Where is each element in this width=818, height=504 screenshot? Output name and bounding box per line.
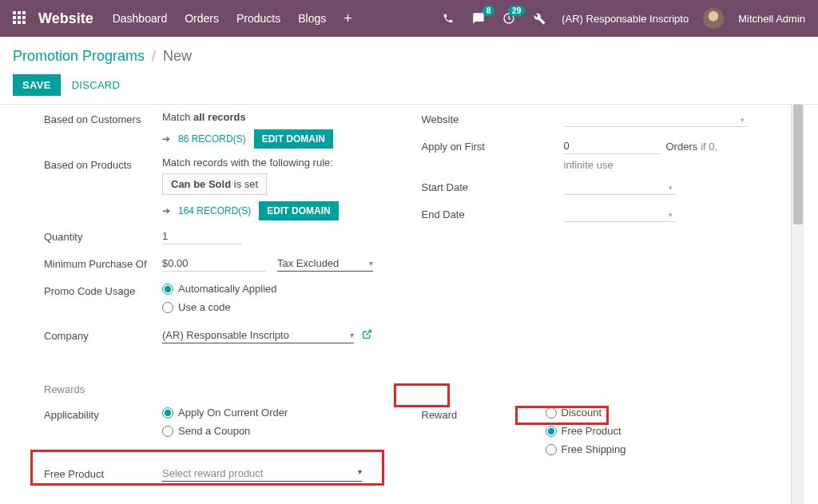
section-title-rewards: Rewards [44, 383, 767, 395]
breadcrumb-current: New [163, 48, 192, 64]
external-link-icon[interactable] [362, 329, 372, 342]
radio-discount[interactable] [546, 407, 557, 419]
label-based-products: Based on Products [44, 157, 162, 171]
app-brand[interactable]: Website [38, 10, 93, 27]
company-selector[interactable]: (AR) Responsable Inscripto [562, 13, 689, 25]
radio-use-code[interactable] [162, 302, 173, 313]
tax-mode-select[interactable]: Tax Excluded▾ [277, 256, 373, 272]
free-product-select[interactable]: Select reward product▾ [162, 466, 362, 482]
start-date-input[interactable]: ▾ [564, 179, 676, 195]
label-quantity: Quantity [44, 228, 162, 243]
label-website: Website [422, 111, 564, 125]
label-send-coupon: Send a Coupon [178, 425, 250, 437]
label-company: Company [44, 327, 162, 342]
products-record-count[interactable]: 164 RECORD(S) [178, 205, 251, 216]
breadcrumb-separator: / [152, 48, 156, 64]
end-date-input[interactable]: ▾ [564, 206, 676, 222]
min-purchase-input[interactable] [162, 256, 266, 272]
activity-icon[interactable]: 29 [501, 10, 517, 26]
tools-icon[interactable] [531, 10, 547, 26]
company-select[interactable]: (AR) Responsable Inscripto▾ [162, 327, 354, 343]
avatar[interactable] [703, 8, 724, 29]
form-sheet: Based on Customers Match all records ➔ 8… [0, 105, 791, 504]
apps-menu-icon[interactable] [13, 11, 27, 26]
apply-first-suffix: Orders [666, 141, 698, 153]
activity-badge: 29 [508, 6, 525, 16]
apply-first-help2: infinite use [564, 159, 768, 171]
label-auto-applied: Automatically Applied [178, 283, 277, 295]
discard-button[interactable]: DISCARD [72, 79, 121, 91]
chat-icon[interactable]: 8 [471, 10, 486, 26]
edit-domain-products-button[interactable]: EDIT DOMAIN [259, 201, 338, 220]
label-promo-code: Promo Code Usage [44, 283, 162, 297]
value-based-products: Match records with the following rule: [162, 157, 390, 169]
arrow-right-icon: ➔ [162, 133, 170, 145]
label-free-product: Free Product [44, 466, 162, 480]
user-menu[interactable]: Mitchell Admin [738, 13, 805, 25]
label-apply-current: Apply On Current Order [178, 407, 288, 419]
label-end-date: End Date [422, 206, 564, 220]
top-navbar: Website Dashboard Orders Products Blogs … [0, 0, 818, 37]
nav-products[interactable]: Products [236, 12, 280, 25]
radio-free-shipping[interactable] [546, 444, 557, 455]
label-free-product-option: Free Product [562, 425, 621, 437]
label-free-shipping: Free Shipping [562, 443, 626, 455]
nav-dashboard[interactable]: Dashboard [113, 12, 168, 25]
radio-apply-current[interactable] [162, 407, 173, 419]
label-use-code: Use a code [178, 301, 231, 313]
label-reward: Reward [422, 407, 546, 421]
radio-auto-applied[interactable] [162, 284, 173, 295]
scrollbar[interactable] [791, 105, 804, 504]
nav-right: 8 29 (AR) Responsable Inscripto Mitchell… [440, 8, 805, 29]
label-applicability: Applicability [44, 407, 162, 421]
chat-badge: 8 [482, 6, 495, 16]
form-col-right: Website ▾ Apply on First Orders if 0, in… [422, 111, 768, 355]
label-min-purchase: Minimum Purchase Of [44, 256, 162, 270]
arrow-right-icon: ➔ [162, 205, 170, 216]
label-discount: Discount [562, 407, 602, 419]
radio-free-product[interactable] [546, 426, 557, 437]
domain-rule-tag: Can be Sold is set [162, 173, 267, 195]
radio-send-coupon[interactable] [162, 426, 173, 437]
apply-first-help1: if 0, [701, 141, 717, 153]
scrollbar-thumb[interactable] [793, 105, 803, 224]
label-start-date: Start Date [422, 179, 564, 193]
customers-record-count[interactable]: 86 RECORD(S) [178, 133, 246, 145]
value-based-customers: Match all records [162, 111, 390, 123]
form-col-left: Based on Customers Match all records ➔ 8… [44, 111, 390, 355]
nav-new-icon[interactable]: + [343, 10, 352, 27]
website-select[interactable]: ▾ [564, 111, 748, 127]
edit-domain-customers-button[interactable]: EDIT DOMAIN [254, 129, 333, 149]
label-based-customers: Based on Customers [44, 111, 162, 125]
nav-orders[interactable]: Orders [185, 12, 219, 25]
control-panel: Promotion Programs / New SAVE DISCARD [0, 37, 818, 105]
save-button[interactable]: SAVE [13, 74, 61, 96]
nav-blogs[interactable]: Blogs [298, 12, 326, 25]
label-apply-first: Apply on First [422, 138, 564, 153]
nav-links: Dashboard Orders Products Blogs + [113, 10, 352, 27]
quantity-input[interactable] [162, 228, 242, 244]
apply-first-input[interactable] [564, 138, 660, 154]
breadcrumb: Promotion Programs / New [13, 48, 805, 65]
breadcrumb-parent[interactable]: Promotion Programs [13, 48, 145, 64]
phone-icon[interactable] [440, 10, 456, 26]
